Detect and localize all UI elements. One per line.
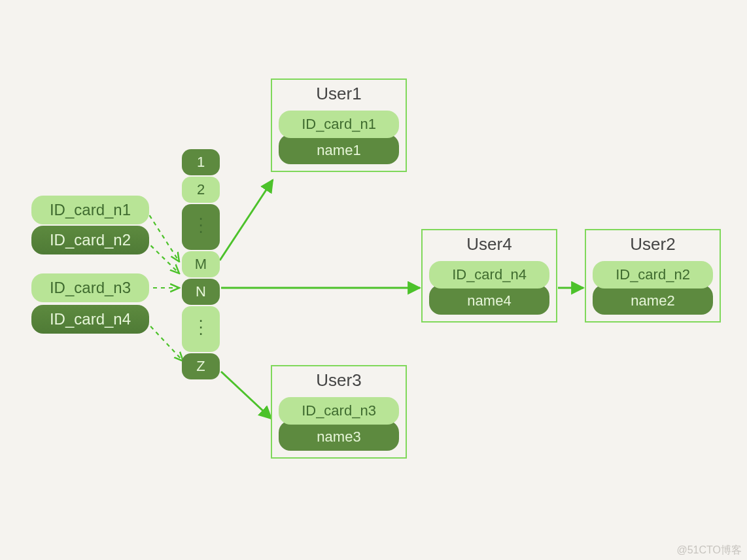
user3-id: ID_card_n3 xyxy=(279,397,399,425)
watermark: @51CTO博客 xyxy=(676,544,742,557)
hash-slot-Z: Z xyxy=(182,353,220,379)
idcard-2-label: ID_card_n2 xyxy=(50,231,131,249)
idcard-3-label: ID_card_n3 xyxy=(50,279,131,297)
user2-title: User2 xyxy=(593,234,713,254)
arrow-hash-to-user1 xyxy=(220,180,273,260)
arrow-idcard1-to-hash xyxy=(145,209,179,262)
arrow-idcard2-to-hash xyxy=(145,240,179,273)
user4-title: User4 xyxy=(429,234,549,254)
hash-slot-2: 2 xyxy=(182,177,220,203)
user3-box: User3 ID_card_n3 name3 xyxy=(271,365,407,459)
user1-name: name1 xyxy=(279,134,399,164)
user3-title: User3 xyxy=(279,370,399,391)
user1-box: User1 ID_card_n1 name1 xyxy=(271,79,407,172)
hash-slot-1: 1 xyxy=(182,149,220,175)
dots-bottom: ··· xyxy=(182,317,220,336)
idcard-4-label: ID_card_n4 xyxy=(50,310,131,328)
hash-slot-1-label: 1 xyxy=(197,154,205,171)
hash-slot-M-label: M xyxy=(195,256,207,273)
dots-top: ··· xyxy=(182,215,220,234)
arrow-idcard4-to-hash xyxy=(145,321,183,361)
idcard-2: ID_card_n2 xyxy=(31,226,149,254)
user1-id: ID_card_n1 xyxy=(279,111,399,138)
arrow-hash-to-user3 xyxy=(221,372,271,419)
user2-box: User2 ID_card_n2 name2 xyxy=(585,229,721,323)
user2-id: ID_card_n2 xyxy=(593,261,713,289)
hash-slot-Z-label: Z xyxy=(196,358,205,375)
idcard-1: ID_card_n1 xyxy=(31,196,149,224)
idcard-4: ID_card_n4 xyxy=(31,305,149,334)
hash-slot-M: M xyxy=(182,251,220,277)
hash-slot-2-label: 2 xyxy=(197,181,205,198)
user4-id: ID_card_n4 xyxy=(429,261,549,289)
hash-slot-N: N xyxy=(182,279,220,305)
user3-name: name3 xyxy=(279,421,399,451)
diagram-canvas: ID_card_n1 ID_card_n2 ID_card_n3 ID_card… xyxy=(0,0,747,560)
user1-title: User1 xyxy=(279,84,399,104)
user4-name: name4 xyxy=(429,285,549,315)
hash-slot-N-label: N xyxy=(196,283,206,300)
user4-box: User4 ID_card_n4 name4 xyxy=(421,229,557,323)
user2-name: name2 xyxy=(593,285,713,315)
idcard-3: ID_card_n3 xyxy=(31,273,149,302)
idcard-1-label: ID_card_n1 xyxy=(50,201,131,219)
